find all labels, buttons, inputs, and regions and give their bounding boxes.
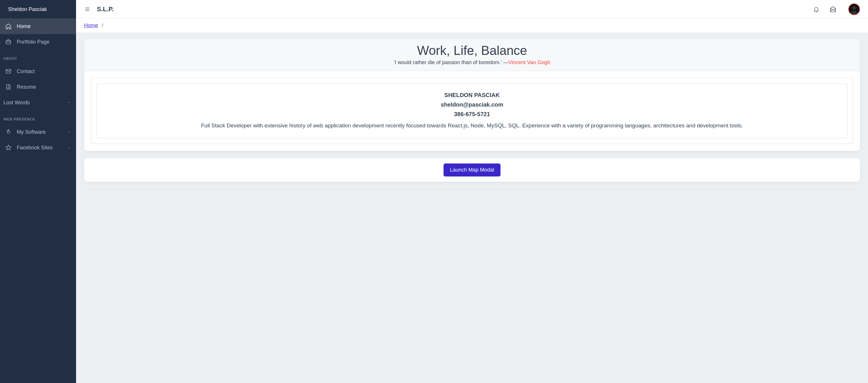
sidebar-item-resume[interactable]: Resume (0, 79, 76, 95)
profile-inner-box: SHELDON PASCIAK sheldon@pasciak.com 386-… (97, 83, 847, 138)
hero-quote-text: 'I would rather die of passion than of b… (394, 60, 508, 65)
hero-card: Work, Life, Balance 'I would rather die … (84, 39, 860, 151)
chevron-down-icon (67, 130, 71, 134)
breadcrumb-home-link[interactable]: Home (84, 23, 98, 28)
hero-title: Work, Life, Balance (90, 43, 854, 58)
topbar: S.L.P. (76, 0, 868, 19)
brand-text: Sheldon Pasciak (8, 6, 47, 12)
sidebar-group-web: WEB PRESENCE (0, 110, 76, 124)
actions-card: Launch Map Modal (84, 158, 860, 182)
topbar-title: S.L.P. (97, 5, 114, 13)
profile-name: SHELDON PASCIAK (105, 92, 839, 99)
home-icon (5, 23, 11, 30)
menu-toggle-icon[interactable] (84, 6, 91, 12)
sidebar-item-my-software[interactable]: My Software (0, 124, 76, 140)
flame-icon (5, 129, 11, 135)
sidebar-item-label: Home (17, 24, 71, 30)
star-icon (5, 144, 11, 151)
sidebar-item-label: Facebook Sites (17, 145, 62, 151)
sidebar-item-portfolio[interactable]: Portfolio Page (0, 34, 76, 50)
chevron-down-icon (67, 146, 71, 150)
bell-icon[interactable] (812, 5, 820, 13)
sidebar-item-label: Resume (17, 84, 71, 90)
launch-map-button[interactable]: Launch Map Modal (443, 164, 500, 176)
chevron-down-icon (67, 101, 71, 105)
mail-icon (5, 68, 11, 74)
sidebar-nav: Home Portfolio Page ABOUT Contact Resume… (0, 19, 76, 155)
briefcase-icon (5, 39, 11, 45)
breadcrumb: Home / (76, 19, 868, 33)
svg-rect-0 (6, 40, 11, 44)
sidebar-item-lost-words[interactable]: Lost Words (0, 95, 76, 110)
main-area: S.L.P. Home / Work, Life, Balance 'I wou… (76, 0, 868, 383)
svg-point-3 (852, 6, 856, 10)
hero-quote-author: Vincent Van Gogh (508, 60, 550, 65)
sidebar-item-label: Lost Words (3, 100, 62, 106)
sidebar-group-about: ABOUT (0, 50, 76, 64)
profile-outer-box: SHELDON PASCIAK sheldon@pasciak.com 386-… (91, 78, 853, 144)
profile-summary: Full Stack Developer with extensive hist… (105, 121, 839, 130)
file-icon (5, 84, 11, 90)
hero-header: Work, Life, Balance 'I would rather die … (84, 39, 860, 71)
sidebar-brand: Sheldon Pasciak (0, 0, 76, 19)
sidebar-item-home[interactable]: Home (0, 19, 76, 34)
sidebar-item-facebook-sites[interactable]: Facebook Sites (0, 140, 76, 155)
breadcrumb-separator: / (102, 23, 103, 28)
mail-open-icon[interactable] (829, 5, 837, 13)
sidebar-item-label: Contact (17, 68, 71, 74)
sidebar-item-label: Portfolio Page (17, 39, 71, 45)
divider (84, 189, 860, 189)
avatar[interactable] (848, 3, 860, 15)
content: Work, Life, Balance 'I would rather die … (76, 33, 868, 383)
sidebar-item-contact[interactable]: Contact (0, 64, 76, 79)
svg-rect-1 (6, 70, 11, 73)
profile-email: sheldon@pasciak.com (105, 101, 839, 108)
sidebar-item-label: My Software (17, 129, 62, 135)
sidebar: Sheldon Pasciak Home Portfolio Page ABOU… (0, 0, 76, 383)
hero-quote: 'I would rather die of passion than of b… (90, 60, 854, 66)
profile-phone: 386-675-5721 (105, 111, 839, 117)
